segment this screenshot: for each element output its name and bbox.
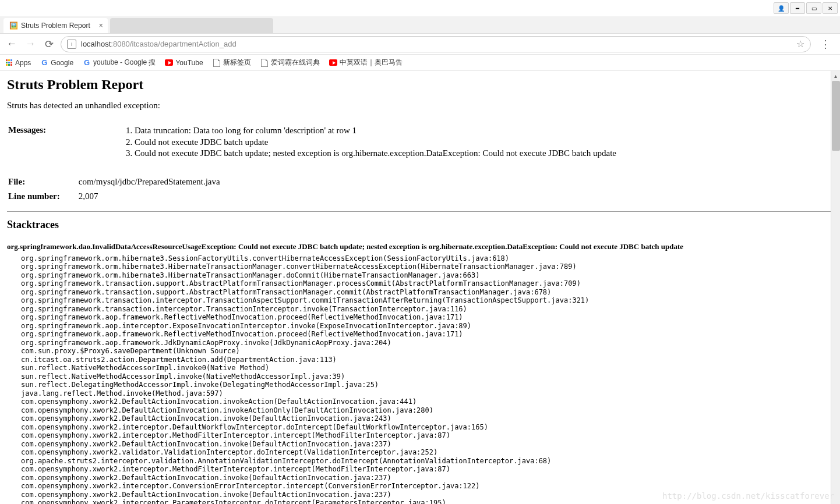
intro-text: Struts has detected an unhandled excepti… (7, 101, 833, 111)
message-item: Data truncation: Data too long for colum… (135, 125, 616, 137)
bookmark-star-icon[interactable]: ☆ (796, 38, 804, 49)
message-item: Could not execute JDBC batch update; nes… (135, 148, 616, 159)
file-value: com/mysql/jdbc/PreparedStatement.java (79, 175, 220, 189)
stacktraces-heading: Stacktraces (7, 219, 833, 231)
bookmark-dict[interactable]: 爱词霸在线词典 (260, 58, 320, 68)
reload-button[interactable]: ⟳ (42, 37, 56, 51)
page-icon (260, 59, 269, 67)
nav-bar: ← → ⟳ i localhost:8080/itcastoa/departme… (0, 34, 840, 55)
bookmark-label: 中英双语｜奥巴马告 (340, 58, 403, 68)
bookmark-label: 爱词霸在线词典 (271, 58, 320, 68)
page-icon (213, 59, 221, 67)
window-maximize-button[interactable]: ▭ (806, 2, 821, 14)
page-title: Struts Problem Report (7, 77, 833, 93)
forward-button[interactable]: → (23, 37, 37, 51)
file-table: File: com/mysql/jdbc/PreparedStatement.j… (7, 174, 221, 204)
back-button[interactable]: ← (5, 37, 19, 51)
apps-icon (5, 59, 13, 67)
youtube-icon (165, 59, 173, 67)
bookmarks-bar: Apps G Google G youtube - Google 搜 YouTu… (0, 55, 840, 71)
line-label: Line number: (8, 190, 77, 203)
bookmark-obama[interactable]: 中英双语｜奥巴马告 (329, 58, 403, 68)
site-info-icon[interactable]: i (67, 40, 76, 49)
window-user-button[interactable]: 👤 (774, 2, 789, 14)
page-content: Struts Problem Report Struts has detecte… (0, 71, 840, 504)
bookmark-apps[interactable]: Apps (5, 59, 31, 67)
google-icon: G (40, 59, 48, 67)
youtube-icon (329, 59, 337, 67)
info-table: Messages: Data truncation: Data too long… (7, 122, 617, 162)
messages-list: Data truncation: Data too long for colum… (135, 125, 616, 159)
scrollbar-thumb[interactable] (832, 81, 840, 151)
url-text: localhost:8080/itcastoa/departmentAction… (81, 40, 237, 48)
file-label: File: (8, 175, 77, 189)
bookmark-label: 新标签页 (223, 58, 251, 68)
tab-strip: 🖼️ Struts Problem Report × (0, 16, 840, 34)
bookmark-label: Apps (15, 59, 31, 67)
window-close-button[interactable]: ✕ (823, 2, 838, 14)
bookmark-label: YouTube (175, 59, 203, 67)
stacktrace: org.springframework.orm.hibernate3.Sessi… (21, 254, 833, 504)
tab-close-icon[interactable]: × (99, 22, 103, 30)
tab-favicon: 🖼️ (9, 22, 17, 30)
bookmark-youtube[interactable]: YouTube (165, 59, 203, 67)
line-value: 2,007 (79, 190, 220, 203)
window-title-bar: 👤 ━ ▭ ✕ (0, 0, 840, 16)
window-minimize-button[interactable]: ━ (790, 2, 805, 14)
messages-label: Messages: (8, 123, 63, 161)
bookmark-google[interactable]: G Google (40, 59, 73, 67)
address-bar[interactable]: i localhost:8080/itcastoa/departmentActi… (61, 36, 811, 52)
tab-title: Struts Problem Report (21, 22, 90, 30)
bookmark-label: Google (51, 59, 73, 67)
bookmark-label: youtube - Google 搜 (93, 58, 156, 68)
divider (7, 211, 833, 212)
message-item: Could not execute JDBC batch update (135, 137, 616, 148)
exception-title: org.springframework.dao.InvalidDataAcces… (7, 242, 833, 252)
scrollbar-up-icon[interactable]: ▴ (831, 71, 840, 80)
tab-active[interactable]: 🖼️ Struts Problem Report × (3, 18, 108, 33)
browser-menu-button[interactable]: ⋮ (816, 38, 835, 51)
bookmark-youtube-search[interactable]: G youtube - Google 搜 (83, 58, 156, 68)
vertical-scrollbar[interactable]: ▴ (831, 71, 840, 504)
tab-inactive[interactable] (110, 18, 273, 33)
bookmark-newtab[interactable]: 新标签页 (213, 58, 251, 68)
google-icon: G (83, 59, 91, 67)
